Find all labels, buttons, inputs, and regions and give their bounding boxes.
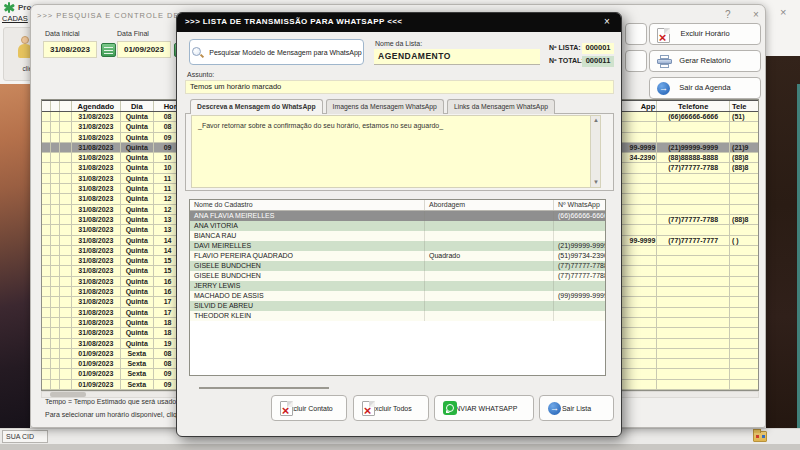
cell-ct2 (730, 225, 758, 234)
cell-capp (622, 163, 657, 172)
cell-cd: 31/08/2023 (72, 194, 121, 203)
tray-folder-icon[interactable] (753, 431, 767, 442)
date-start-input[interactable]: 31/08/2023 (43, 41, 97, 58)
search-icon (191, 46, 204, 59)
hidden-button-stub-2[interactable] (625, 50, 647, 72)
contact-row[interactable]: GISELE BUNDCHEN(77)77777-7788 (190, 271, 605, 281)
cell-capp (622, 205, 657, 214)
cell-cday: Quinta (121, 277, 154, 286)
cell-cwa (554, 221, 605, 231)
tab-3[interactable]: Links da Mensagem WhatsApp (447, 99, 555, 114)
n-lista-value: 000001 (582, 43, 614, 54)
cell-capp (622, 349, 657, 358)
date-end-label: Data Final (117, 30, 149, 37)
contact-row[interactable]: THEODOR KLEIN (190, 311, 605, 321)
cell-cday: Quinta (121, 328, 154, 337)
cell-cs3 (60, 318, 72, 327)
cell-cname: BIANCA RAU (190, 231, 425, 241)
date-end-input[interactable]: 01/09/2023 (117, 41, 171, 58)
cell-ctel: (66)66666-6666 (657, 112, 730, 121)
cell-cd: 31/08/2023 (72, 277, 121, 286)
excluir-contato-button[interactable]: Excluir Contato (271, 395, 347, 421)
cell-cs1 (42, 122, 51, 131)
cell-cs1 (42, 297, 51, 306)
help-button[interactable]: ? (725, 9, 731, 20)
cell-ctel (657, 205, 730, 214)
hidden-button-stub-1[interactable] (625, 23, 647, 45)
list-name-input[interactable]: AGENDAMENTO (374, 49, 540, 65)
menu-cadastros[interactable]: CADAS (2, 14, 28, 23)
wallpaper-photo-right (766, 56, 800, 428)
contact-row[interactable]: MACHADO DE ASSIS(99)99999-9999 (190, 291, 605, 301)
assunto-input[interactable]: Temos um horário marcado (185, 80, 614, 94)
cell-capp (622, 133, 657, 142)
contact-row[interactable]: GISELE BUNDCHEN(77)77777-7788 (190, 261, 605, 271)
cell-cs2 (51, 112, 60, 121)
sair-lista-button[interactable]: Sair Lista→ (539, 395, 614, 421)
modal-close-button[interactable]: × (604, 16, 610, 27)
cell-cd: 31/08/2023 (72, 122, 121, 131)
cell-cday: Quinta (121, 184, 154, 193)
cell-cday: Quinta (121, 339, 154, 348)
cell-ctel (657, 287, 730, 296)
scroll-up-icon[interactable]: ▲ (591, 116, 601, 125)
cell-cs3 (60, 308, 72, 317)
cell-cs3 (60, 380, 72, 389)
cell-ctel (657, 266, 730, 275)
cell-ctel (657, 369, 730, 378)
cell-ctel: (21)99999-9999 (657, 143, 730, 152)
cell-cd: 01/09/2023 (72, 349, 121, 358)
tab-2[interactable]: Imagens da Mensagem WhatsApp (326, 99, 444, 114)
cell-cabo (425, 241, 554, 251)
cell-cs2 (51, 328, 60, 337)
status-city-chip: SUA CID (2, 430, 48, 443)
contact-row[interactable]: ANA FLAVIA MEIRELLES(66)66666-6666 (190, 211, 605, 221)
scroll-handle[interactable] (50, 392, 86, 397)
cell-cs1 (42, 236, 51, 245)
enviar-whatsapp-button[interactable]: ENVIAR WHATSAPP (434, 395, 534, 421)
message-textarea[interactable]: _Favor retornar sobre a confirmação do s… (191, 115, 601, 188)
contact-row[interactable]: FLAVIO PEREIRA QUADRADOQuadrado(51)99734… (190, 251, 605, 261)
tab-1[interactable]: Descreva a Mensagem do WhatsApp (190, 99, 323, 114)
whatsapp-list-modal: >>> LISTA DE TRANSMISSÃO PARA WHATSAPP <… (176, 12, 622, 437)
cell-cs2 (51, 369, 60, 378)
app-close-button[interactable]: × (780, 6, 786, 18)
cell-ctel: (88)88888-8888 (657, 153, 730, 162)
calendar-start-button[interactable] (101, 43, 116, 57)
n-total-value: 000011 (582, 56, 614, 67)
cell-cabo (425, 261, 554, 271)
contact-row[interactable]: SILVID DE ABREU (190, 301, 605, 311)
printer-icon (657, 55, 672, 68)
contact-row[interactable]: DAVI MEIRELLES(21)99999-9999 (190, 241, 605, 251)
cell-cs2 (51, 308, 60, 317)
cell-cs2 (51, 266, 60, 275)
excluir-todos-button[interactable]: Excluir Todos (353, 395, 429, 421)
cell-ctel (657, 339, 730, 348)
search-message-template-button[interactable]: Pesquisar Modelo de Mensagem para WhatsA… (189, 39, 364, 65)
message-scrollbar[interactable]: ▲ ▼ (590, 116, 600, 187)
cell-cs2 (51, 318, 60, 327)
contact-row[interactable]: ANA VITORIA (190, 221, 605, 231)
sair-da-agenda-button[interactable]: Sair da Agenda→ (649, 77, 761, 99)
contact-row[interactable]: BIANCA RAU (190, 231, 605, 241)
cell-cs3 (60, 194, 72, 203)
gerar-relat-rio-button[interactable]: Gerar Relatório (649, 50, 761, 72)
excluir-hor-rio-button[interactable]: Excluir Horário (649, 23, 761, 45)
cell-capp (622, 359, 657, 368)
window-close-button[interactable]: × (753, 9, 759, 20)
cell-ct2: (88)8 (730, 215, 758, 224)
cell-cs3 (60, 112, 72, 121)
cell-ct2 (730, 349, 758, 358)
cell-cd: 31/08/2023 (72, 339, 121, 348)
cell-cs1 (42, 215, 51, 224)
cell-ctel (657, 194, 730, 203)
cell-cs3 (60, 328, 72, 337)
cell-ct2: (88)8 (730, 153, 758, 162)
cell-capp (622, 287, 657, 296)
contacts-hscroll-handle[interactable] (199, 387, 329, 389)
contact-row[interactable]: JERRY LEWIS (190, 281, 605, 291)
cell-cwa (554, 311, 605, 321)
cell-cname: ANA FLAVIA MEIRELLES (190, 211, 425, 221)
scroll-down-icon[interactable]: ▼ (591, 178, 601, 187)
taskbar-edge (0, 444, 800, 450)
